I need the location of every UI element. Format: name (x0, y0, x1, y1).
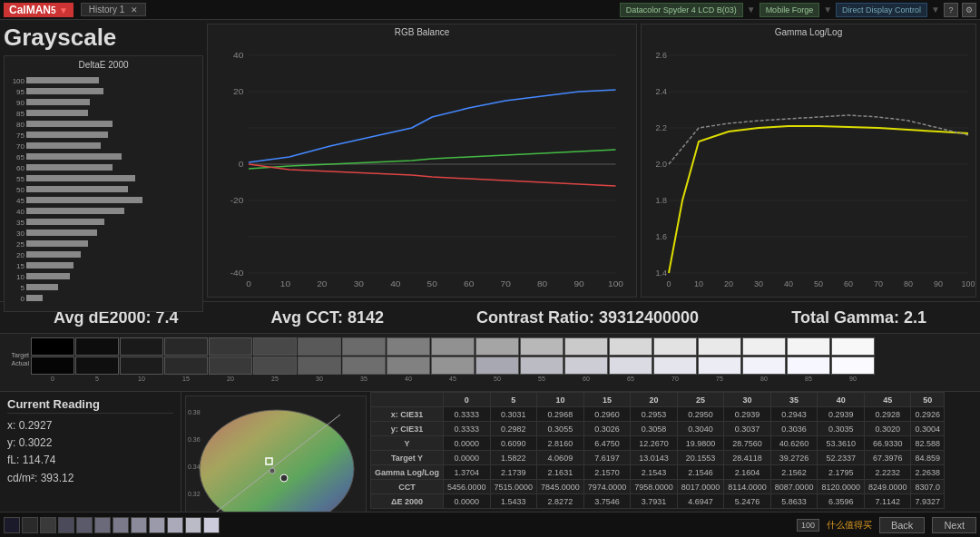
svg-text:50: 50 (814, 279, 823, 288)
help-btn[interactable]: ? (944, 3, 958, 17)
swatch-30: 30 (298, 337, 341, 382)
table-cell: 2.1570 (583, 465, 631, 480)
table-cell: 2.1631 (537, 465, 584, 480)
nav-swatch-10 (167, 517, 183, 533)
table-row: CCT5456.00007515.00007845.00007974.00007… (371, 480, 945, 494)
svg-rect-39 (26, 284, 58, 290)
table-cell: 0.3035 (818, 422, 865, 436)
svg-text:80: 80 (537, 279, 547, 288)
nav-swatch-12 (203, 517, 220, 533)
table-cell: 53.3610 (818, 436, 865, 451)
svg-rect-15 (26, 153, 122, 160)
table-cell: 82.588 (911, 436, 945, 451)
svg-text:90: 90 (934, 279, 943, 288)
svg-text:30: 30 (754, 279, 763, 288)
swatch-list: 0 5 10 15 (31, 337, 875, 382)
table-cell: 1.5822 (490, 451, 537, 465)
svg-text:0: 0 (246, 279, 251, 288)
table-cell: 2.1795 (818, 465, 865, 480)
table-row-label: Y (371, 436, 444, 451)
svg-rect-31 (26, 240, 88, 247)
svg-rect-17 (26, 164, 113, 171)
svg-rect-1 (26, 77, 99, 83)
svg-text:10: 10 (16, 273, 24, 281)
table-cell: 7845.0000 (537, 480, 584, 494)
nav-swatch-9 (149, 517, 165, 533)
svg-rect-23 (26, 197, 142, 203)
svg-text:1.4: 1.4 (655, 268, 667, 278)
svg-text:35: 35 (16, 219, 24, 227)
svg-text:0.32: 0.32 (188, 491, 201, 497)
swatch-65: 65 (609, 337, 652, 382)
swatch-90: 90 (831, 337, 875, 382)
swatch-35: 35 (342, 337, 386, 382)
svg-text:85: 85 (16, 110, 24, 118)
svg-text:60: 60 (464, 279, 474, 288)
table-cell: 1.5433 (490, 494, 537, 509)
device3-btn[interactable]: Direct Display Control (836, 3, 927, 17)
svg-text:90: 90 (573, 279, 583, 288)
svg-text:40: 40 (233, 51, 243, 60)
svg-rect-11 (26, 132, 108, 138)
main-content: Grayscale DeltaE 2000 100 95 90 85 (0, 20, 980, 537)
svg-text:10: 10 (694, 279, 703, 288)
swatch-85: 85 (787, 337, 830, 382)
swatch-20: 20 (209, 337, 252, 382)
history-tab[interactable]: History 1 ✕ (81, 3, 146, 16)
table-cell: 0.3055 (537, 422, 584, 436)
swatch-40: 40 (387, 337, 430, 382)
svg-text:20: 20 (16, 251, 24, 259)
nav-swatch-7 (113, 517, 129, 533)
table-cell: 0.3333 (444, 407, 491, 422)
svg-text:20: 20 (724, 279, 733, 288)
table-row: Y0.00000.60902.81606.475012.267019.98002… (371, 436, 945, 451)
table-cell: 5456.0000 (444, 480, 491, 494)
table-row: x: CIE310.33330.30310.29680.29600.29530.… (371, 407, 945, 422)
svg-rect-29 (26, 229, 97, 236)
nav-swatch-11 (185, 517, 201, 533)
table-cell: 8307.0 (911, 480, 945, 494)
reading-fl: fL: 114.74 (7, 452, 173, 469)
swatches-area: Target Actual 0 5 10 (0, 334, 980, 392)
nav-swatch-4 (58, 517, 74, 533)
table-cell: 0.2960 (583, 407, 631, 422)
table-header-30: 30 (724, 393, 771, 407)
bottom-right: 100 什么值得买 Back Next (797, 517, 976, 533)
svg-text:2.2: 2.2 (655, 123, 667, 132)
cie-chart: 0.3 0.32 0.34 0.30 0.32 0.34 0.36 0.38 (185, 395, 367, 512)
table-cell: 2.1739 (490, 465, 537, 480)
swatch-labels: Target Actual (4, 352, 31, 366)
table-cell: 0.3037 (724, 422, 771, 436)
table-cell: 40.6260 (770, 436, 818, 451)
table-cell: 2.8272 (537, 494, 584, 509)
table-cell: 0.3333 (444, 422, 491, 436)
svg-text:45: 45 (16, 197, 24, 205)
device2-btn[interactable]: Mobile Forge (760, 3, 820, 17)
svg-rect-41 (26, 295, 43, 301)
table-cell: 0.2939 (818, 407, 865, 422)
next-button[interactable]: Next (932, 517, 976, 533)
device1-btn[interactable]: Datacolor Spyder 4 LCD B(03) (620, 3, 743, 17)
nav-swatch-3 (40, 517, 56, 533)
settings-btn[interactable]: ⚙ (962, 3, 976, 17)
table-cell: 0.3020 (864, 422, 911, 436)
table-cell: 6.3596 (818, 494, 865, 509)
table-cell: 7.1142 (864, 494, 911, 509)
svg-text:0.36: 0.36 (188, 436, 201, 443)
svg-rect-27 (26, 219, 104, 225)
table-cell: 39.2726 (770, 451, 818, 465)
table-body: x: CIE310.33330.30310.29680.29600.29530.… (371, 407, 945, 509)
svg-point-99 (200, 410, 354, 512)
back-button[interactable]: Back (879, 517, 925, 533)
table-cell: 0.6090 (490, 436, 537, 451)
reading-title: Current Reading (7, 397, 173, 414)
table-header-25: 25 (677, 393, 724, 407)
svg-text:20: 20 (233, 87, 243, 96)
table-header-5: 5 (490, 393, 537, 407)
table-cell: 2.1546 (677, 465, 724, 480)
svg-text:75: 75 (16, 132, 24, 140)
deltae-chart: DeltaE 2000 100 95 90 85 80 (4, 55, 203, 312)
table-cell: 8017.0000 (677, 480, 724, 494)
table-cell: 8114.0000 (724, 480, 771, 494)
table-cell: 7974.0000 (583, 480, 631, 494)
